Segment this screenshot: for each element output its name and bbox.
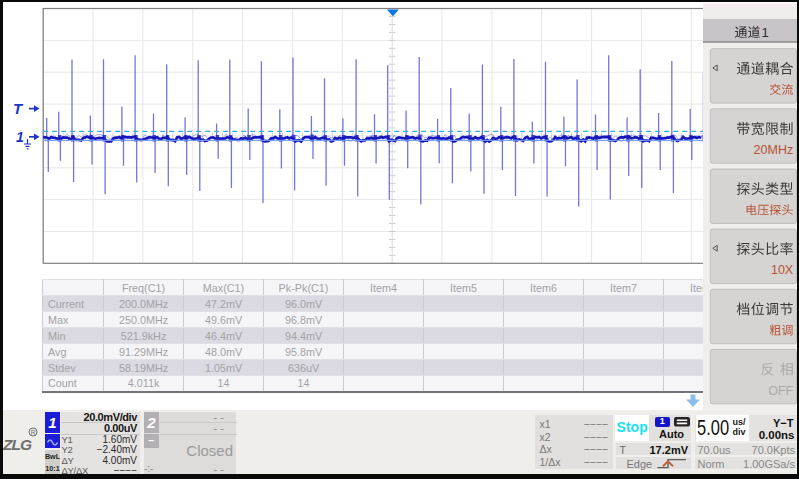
svg-text:20MHz: 20MHz [754,143,794,157]
svg-text:R: R [31,429,36,436]
svg-text:10X: 10X [771,263,794,277]
svg-text:ZLG: ZLG [3,436,32,453]
svg-text:T: T [13,100,24,117]
svg-text:OFF: OFF [768,384,793,398]
svg-text:1: 1 [16,129,24,145]
svg-text:1: 1 [762,25,769,40]
